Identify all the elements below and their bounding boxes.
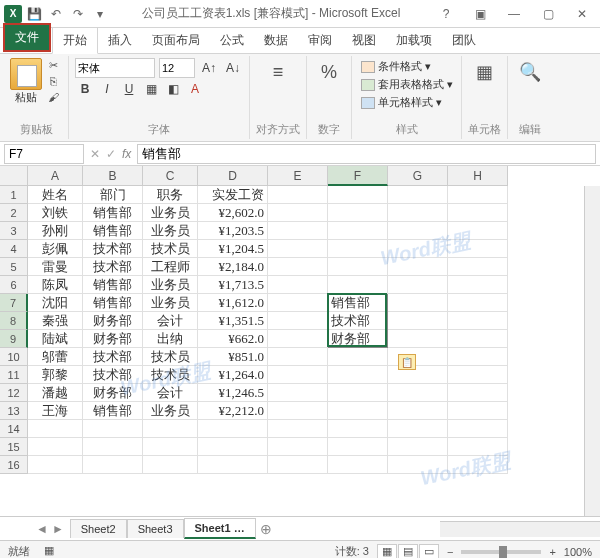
cell[interactable]: 销售部 [83,204,143,222]
cell[interactable] [448,456,508,474]
cell[interactable] [268,366,328,384]
row-header[interactable]: 8 [0,312,28,330]
cell[interactable]: 郭黎 [28,366,83,384]
cell[interactable]: 销售部 [83,222,143,240]
cell[interactable]: 职务 [143,186,198,204]
cell[interactable] [268,348,328,366]
cell[interactable]: 出纳 [143,330,198,348]
cell[interactable]: 销售部 [83,294,143,312]
cell[interactable] [143,438,198,456]
cell[interactable] [328,240,388,258]
cell[interactable] [268,420,328,438]
cell[interactable] [388,258,448,276]
cell[interactable] [448,312,508,330]
qat-more[interactable]: ▾ [90,4,110,24]
cell[interactable]: 财务部 [83,330,143,348]
cell[interactable]: 技术部 [83,240,143,258]
cell[interactable]: 销售部 [83,402,143,420]
cell[interactable] [268,258,328,276]
vertical-scrollbar[interactable] [584,186,600,516]
row-header[interactable]: 15 [0,438,28,456]
row-header[interactable]: 11 [0,366,28,384]
tab-formula[interactable]: 公式 [210,28,254,53]
cell[interactable] [448,402,508,420]
row-header[interactable]: 9 [0,330,28,348]
cell[interactable] [268,204,328,222]
col-header-B[interactable]: B [83,166,143,186]
italic-button[interactable]: I [97,80,117,98]
cell[interactable]: 会计 [143,384,198,402]
cell[interactable]: ¥1,612.0 [198,294,268,312]
sheet-tab-3[interactable]: Sheet3 [127,519,184,538]
row-header[interactable]: 12 [0,384,28,402]
cell[interactable] [448,222,508,240]
cell[interactable] [448,330,508,348]
row-header[interactable]: 16 [0,456,28,474]
cell[interactable] [388,330,448,348]
qat-save[interactable]: 💾 [24,4,44,24]
cell[interactable]: 业务员 [143,402,198,420]
cell[interactable] [388,438,448,456]
cell[interactable] [83,438,143,456]
ribbon-options[interactable]: ▣ [466,4,494,24]
cell[interactable] [388,366,448,384]
row-header[interactable]: 10 [0,348,28,366]
cell[interactable]: 陈凤 [28,276,83,294]
cell[interactable]: 邬蕾 [28,348,83,366]
grow-font[interactable]: A↑ [199,59,219,77]
tab-addin[interactable]: 加载项 [386,28,442,53]
tab-insert[interactable]: 插入 [98,28,142,53]
cell[interactable]: 财务部 [83,312,143,330]
cell[interactable]: ¥851.0 [198,348,268,366]
percent-icon[interactable]: % [313,58,345,86]
align-icon[interactable]: ≡ [262,58,294,86]
cell[interactable] [328,204,388,222]
cell[interactable]: ¥2,602.0 [198,204,268,222]
cell[interactable] [448,384,508,402]
cell[interactable]: 技术部 [83,348,143,366]
cell[interactable] [268,456,328,474]
col-header-A[interactable]: A [28,166,83,186]
row-header[interactable]: 14 [0,420,28,438]
tab-data[interactable]: 数据 [254,28,298,53]
cell[interactable] [388,402,448,420]
cell[interactable] [268,438,328,456]
conditional-format[interactable]: 条件格式 ▾ [359,58,455,75]
close-button[interactable]: ✕ [568,4,596,24]
cell[interactable] [448,276,508,294]
fill-color[interactable]: ◧ [163,80,183,98]
cell[interactable]: ¥1,713.5 [198,276,268,294]
font-color[interactable]: A [185,80,205,98]
cell[interactable]: 秦强 [28,312,83,330]
maximize-button[interactable]: ▢ [534,4,562,24]
row-header[interactable]: 4 [0,240,28,258]
row-header[interactable]: 3 [0,222,28,240]
view-normal[interactable]: ▦ [377,544,397,559]
cell[interactable]: 刘铁 [28,204,83,222]
cell[interactable] [388,456,448,474]
shrink-font[interactable]: A↓ [223,59,243,77]
cell[interactable] [198,456,268,474]
cell[interactable]: 雷曼 [28,258,83,276]
cell[interactable]: 技术员 [143,366,198,384]
cell[interactable] [328,456,388,474]
col-header-F[interactable]: F [328,166,388,186]
cell[interactable] [268,276,328,294]
minimize-button[interactable]: — [500,4,528,24]
tab-review[interactable]: 审阅 [298,28,342,53]
cell[interactable] [28,420,83,438]
cell[interactable] [448,186,508,204]
col-header-C[interactable]: C [143,166,198,186]
cell[interactable] [448,204,508,222]
cut-button[interactable]: ✂ [44,58,62,72]
qat-redo[interactable]: ↷ [68,4,88,24]
cells-icon[interactable]: ▦ [469,58,501,86]
cell[interactable] [448,258,508,276]
cell[interactable]: 业务员 [143,294,198,312]
cell[interactable] [28,456,83,474]
cell[interactable] [388,294,448,312]
row-header[interactable]: 2 [0,204,28,222]
cell[interactable]: 销售部 [83,276,143,294]
col-header-E[interactable]: E [268,166,328,186]
cell[interactable]: 彭佩 [28,240,83,258]
